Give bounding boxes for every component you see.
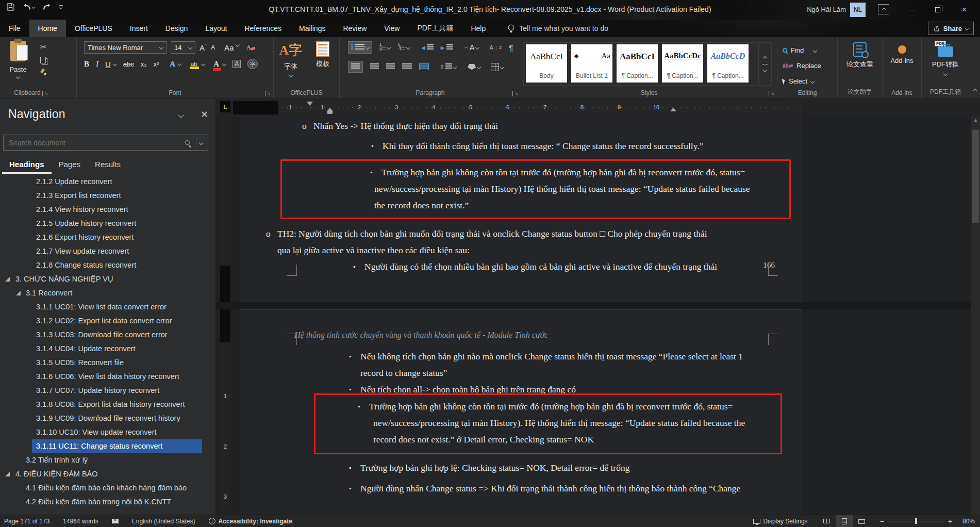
nav-heading-item[interactable]: 4. ĐIỀU KIỆN ĐẢM BẢO	[0, 467, 215, 481]
minimize-button[interactable]	[900, 0, 923, 20]
document-area[interactable]: 1 2 3 oNhấn Yes -> Hệ thống thực hiện th…	[216, 117, 980, 515]
vertical-ruler[interactable]: 1 2 3	[220, 117, 230, 515]
nav-heading-item[interactable]: 3.1.2 UC02: Export list data convert err…	[0, 314, 215, 328]
navigation-tab[interactable]: Headings	[2, 157, 52, 174]
shading-button[interactable]	[468, 64, 480, 70]
nav-heading-item[interactable]: 3.2 Tiến trình xử lý	[0, 453, 215, 467]
zoom-in-button[interactable]: +	[948, 517, 952, 525]
subscript-button[interactable]: x₂	[141, 60, 147, 68]
document-page-1[interactable]: oNhấn Yes -> Hệ thống thực hiện thay đổi…	[240, 117, 802, 302]
numbering-button[interactable]: 1—2—3—	[379, 44, 390, 51]
ribbon-tab[interactable]: OfficePLUS	[66, 20, 121, 37]
enclose-characters-button[interactable]: 字	[247, 59, 258, 69]
officeplus-template-button[interactable]: 模板	[308, 41, 338, 69]
character-scaling-button[interactable]: ⇿A	[464, 43, 479, 52]
ribbon-display-options-icon[interactable]	[878, 4, 889, 14]
multilevel-list-button[interactable]: 1— a— i—	[397, 44, 410, 51]
nav-heading-item[interactable]: 3.1.3 UC03: Download file convert error	[0, 328, 215, 342]
style-card[interactable]: AaBbCcDc ¶ Caption...	[662, 44, 703, 83]
officeplus-font-button[interactable]: A字 字体	[276, 41, 306, 77]
restore-button[interactable]	[926, 0, 949, 20]
tell-me-box[interactable]: Tell me what you want to do	[508, 20, 608, 37]
right-indent-marker[interactable]	[670, 108, 676, 111]
superscript-button[interactable]: x²	[153, 60, 159, 68]
paper-check-button[interactable]: 论文查重	[838, 42, 882, 69]
accessibility-status[interactable]: Accessibility: Investigate	[209, 518, 292, 525]
increase-indent-button[interactable]: ▶	[441, 44, 453, 51]
user-avatar[interactable]: NL	[850, 3, 866, 17]
decrease-indent-button[interactable]: ◀	[421, 44, 434, 51]
shrink-font-button[interactable]: Aˇ	[211, 44, 217, 51]
styles-dialog-launcher-icon[interactable]: ↘	[769, 91, 774, 96]
grow-font-button[interactable]: Aˆ	[200, 43, 207, 52]
first-line-indent-marker[interactable]	[307, 102, 313, 106]
nav-heading-item[interactable]: 2.1.7 View update reconvert	[0, 244, 215, 258]
strikethrough-button[interactable]: abc	[123, 60, 134, 68]
align-left-button[interactable]	[348, 61, 363, 73]
underline-button[interactable]: U	[105, 60, 111, 69]
nav-heading-item[interactable]: 2.1.6 Export history reconvert	[0, 230, 215, 244]
search-options-chevron-icon[interactable]	[199, 140, 203, 144]
select-button[interactable]: Select	[783, 77, 814, 85]
left-indent-marker[interactable]	[327, 108, 333, 114]
navigation-close-icon[interactable]: ✕	[201, 109, 208, 120]
tab-selector[interactable]: L	[220, 101, 230, 112]
word-count[interactable]: 14964 words	[63, 518, 98, 525]
expand-triangle-icon[interactable]	[16, 291, 21, 295]
ribbon-tab[interactable]: Mailings	[290, 20, 334, 37]
nav-heading-item[interactable]: 2.1.8 Change status reconvert	[0, 258, 215, 272]
search-icon[interactable]	[185, 140, 190, 145]
expand-triangle-icon[interactable]	[5, 277, 10, 282]
nav-heading-item[interactable]: 4.2 Điều kiện đảm bảo trong nội bộ K.CNT…	[0, 495, 215, 509]
text-effects-button[interactable]: A	[170, 60, 175, 69]
search-box[interactable]	[3, 135, 208, 151]
line-spacing-button[interactable]: ⇕	[439, 63, 456, 71]
copy-icon[interactable]	[40, 57, 46, 63]
format-painter-icon[interactable]	[40, 69, 47, 76]
font-dialog-launcher-icon[interactable]: ↘	[265, 91, 271, 96]
navigation-options-chevron-icon[interactable]	[179, 110, 183, 119]
addins-button[interactable]: Add-ins	[883, 42, 921, 64]
nav-heading-item[interactable]: 3.1.7 UC07: Update history reconvert	[0, 384, 215, 398]
show-formatting-marks-button[interactable]: ¶	[509, 43, 513, 52]
nav-heading-item[interactable]: 2.1.2 Update reconvert	[0, 175, 215, 189]
style-card[interactable]: ◆ Aa Bullet List 1	[571, 44, 612, 83]
paste-button[interactable]: Paste	[4, 41, 32, 94]
italic-button[interactable]: I	[96, 60, 98, 69]
nav-heading-item[interactable]: 3.1.6 UC06: View list data history recon…	[0, 370, 215, 384]
search-input[interactable]	[4, 139, 185, 147]
font-color-button[interactable]: A	[213, 60, 219, 69]
document-page-2[interactable]: Hệ thống tính cước chuyển vùng và thanh …	[240, 309, 802, 515]
language-indicator[interactable]: English (United States)	[132, 518, 195, 525]
character-border-button[interactable]: A	[232, 60, 241, 68]
nav-heading-item[interactable]: 4.1 Điều kiện đảm bảo cần khách hàng đảm…	[0, 481, 215, 495]
replace-button[interactable]: ab⇄ Replace	[783, 62, 821, 70]
proofing-error-icon[interactable]	[112, 519, 119, 524]
ribbon-tab[interactable]: Insert	[121, 20, 157, 37]
align-center-button[interactable]	[370, 63, 379, 70]
read-mode-button[interactable]	[818, 515, 836, 527]
display-settings-button[interactable]: Display Settings	[753, 518, 808, 525]
print-layout-button[interactable]	[836, 515, 853, 527]
zoom-percentage[interactable]: 80%	[957, 518, 975, 525]
ribbon-tab[interactable]: Review	[334, 20, 375, 37]
font-size-select[interactable]: 14	[171, 41, 195, 54]
style-card[interactable]: AaBbCcI ¶ Caption...	[617, 44, 658, 83]
nav-heading-item[interactable]: 3. CHỨC NĂNG NGHIỆP VỤ	[0, 272, 215, 286]
nav-heading-item[interactable]: 3.1.11 UC11: Change status reconvert	[0, 439, 215, 453]
nav-heading-item[interactable]: 3.1 Reconvert	[0, 286, 215, 300]
ribbon-tab[interactable]: References	[236, 20, 290, 37]
zoom-slider[interactable]	[889, 521, 943, 521]
change-case-button[interactable]: Aa	[224, 43, 239, 52]
web-layout-button[interactable]	[853, 515, 871, 527]
cut-icon[interactable]: ✂	[40, 42, 47, 52]
ribbon-tab[interactable]: View	[375, 20, 408, 37]
ribbon-tab[interactable]: Help	[462, 20, 494, 37]
style-card[interactable]: AaBbCcD ¶ Caption...	[707, 44, 749, 83]
distribute-button[interactable]	[419, 63, 429, 70]
vertical-scrollbar[interactable]: ▲	[971, 117, 980, 515]
bullets-button[interactable]	[348, 41, 372, 54]
pdf-convert-button[interactable]: PDF转换	[922, 42, 969, 75]
ribbon-tab[interactable]: Layout	[196, 20, 236, 37]
nav-heading-item[interactable]: 2.1.3 Export list reconvert	[0, 189, 215, 203]
